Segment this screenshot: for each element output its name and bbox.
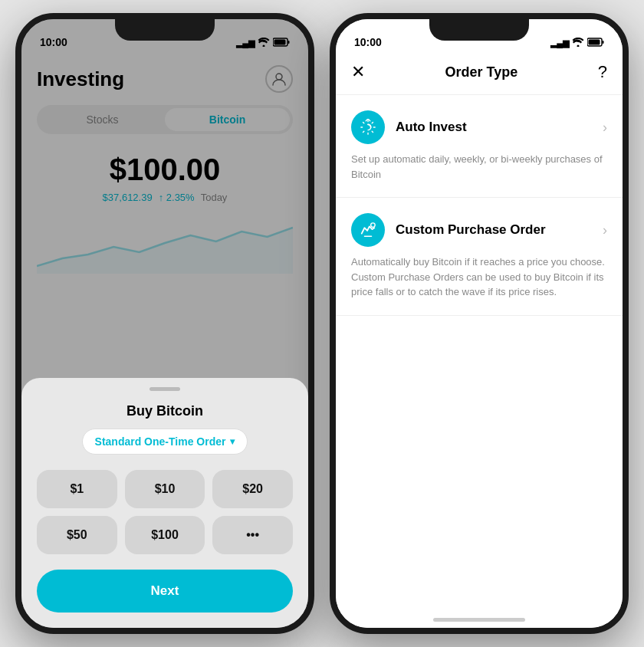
custom-purchase-desc: Automatically buy Bitcoin if it reaches … xyxy=(351,255,607,300)
bottom-sheet: Buy Bitcoin Standard One-Time Order ▾ $1… xyxy=(21,378,308,628)
order-type-label: Standard One-Time Order xyxy=(95,435,226,448)
auto-invest-left: Auto Invest xyxy=(351,110,467,144)
custom-purchase-row: Custom Purchase Order › xyxy=(351,213,607,247)
svg-point-8 xyxy=(371,223,376,228)
home-indicator xyxy=(433,618,525,622)
order-type-title: Order Type xyxy=(445,64,518,80)
right-status-icons: ▂▄▆ xyxy=(550,38,604,48)
close-button[interactable]: ✕ xyxy=(351,62,365,82)
auto-invest-name: Auto Invest xyxy=(396,120,467,135)
right-phone: 10:00 ▂▄▆ ✕ Order Type ? xyxy=(330,13,629,634)
right-time: 10:00 xyxy=(354,36,382,48)
overlay: Buy Bitcoin Standard One-Time Order ▾ $1… xyxy=(21,19,308,628)
auto-invest-icon xyxy=(351,110,385,144)
amount-50[interactable]: $50 xyxy=(37,516,117,554)
order-type-header: ✕ Order Type ? xyxy=(336,53,623,95)
amount-more[interactable]: ••• xyxy=(212,516,293,554)
auto-invest-desc: Set up automatic daily, weekly, or bi-we… xyxy=(351,152,607,182)
amount-1[interactable]: $1 xyxy=(37,470,117,508)
help-button[interactable]: ? xyxy=(598,62,607,82)
auto-invest-chevron: › xyxy=(603,120,607,136)
auto-invest-option[interactable]: Auto Invest › Set up automatic daily, we… xyxy=(336,95,623,198)
wifi-icon xyxy=(572,38,584,48)
custom-purchase-left: Custom Purchase Order xyxy=(351,213,546,247)
left-screen: Investing Stocks Bitcoin $100.00 $37,612… xyxy=(21,53,308,274)
left-phone: 10:00 ▂▄▆ Investing Stocks Bitcoin $100.… xyxy=(15,13,314,634)
right-screen: ✕ Order Type ? Auto Invest xyxy=(336,53,623,628)
order-type-chevron: ▾ xyxy=(230,436,235,447)
amount-10[interactable]: $10 xyxy=(125,470,205,508)
battery-icon xyxy=(587,38,604,48)
amount-grid: $1 $10 $20 $50 $100 ••• xyxy=(37,470,293,554)
sheet-title: Buy Bitcoin xyxy=(37,403,293,419)
amount-100[interactable]: $100 xyxy=(125,516,205,554)
amount-20[interactable]: $20 xyxy=(212,470,293,508)
custom-purchase-option[interactable]: Custom Purchase Order › Automatically bu… xyxy=(336,198,623,316)
next-button[interactable]: Next xyxy=(37,570,293,613)
order-type-pill[interactable]: Standard One-Time Order ▾ xyxy=(82,429,248,455)
custom-purchase-name: Custom Purchase Order xyxy=(396,222,546,238)
svg-rect-6 xyxy=(603,41,604,44)
custom-purchase-icon xyxy=(351,213,385,247)
sheet-handle xyxy=(150,387,180,391)
auto-invest-row: Auto Invest › xyxy=(351,110,607,144)
custom-purchase-chevron: › xyxy=(603,222,607,238)
right-status-bar: 10:00 ▂▄▆ xyxy=(336,19,623,53)
signal-icon: ▂▄▆ xyxy=(550,38,569,48)
svg-rect-7 xyxy=(589,40,600,45)
